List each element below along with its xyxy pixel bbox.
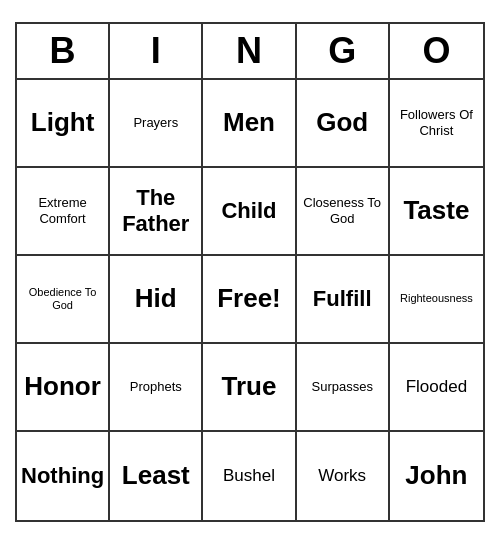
cell-text-4: Followers Of Christ <box>394 107 479 138</box>
bingo-cell-8: Closeness To God <box>297 168 390 256</box>
cell-text-6: The Father <box>114 185 197 238</box>
cell-text-0: Light <box>31 107 95 138</box>
bingo-cell-15: Honor <box>17 344 110 432</box>
header-letter-n: N <box>203 24 296 78</box>
cell-text-17: True <box>222 371 277 402</box>
cell-text-22: Bushel <box>223 466 275 486</box>
cell-text-5: Extreme Comfort <box>21 195 104 226</box>
cell-text-15: Honor <box>24 371 101 402</box>
bingo-cell-0: Light <box>17 80 110 168</box>
cell-text-11: Hid <box>135 283 177 314</box>
bingo-grid: LightPrayersMenGodFollowers Of ChristExt… <box>17 80 483 520</box>
bingo-cell-12: Free! <box>203 256 296 344</box>
bingo-cell-17: True <box>203 344 296 432</box>
cell-text-12: Free! <box>217 283 281 314</box>
cell-text-14: Righteousness <box>400 292 473 305</box>
bingo-cell-1: Prayers <box>110 80 203 168</box>
bingo-cell-11: Hid <box>110 256 203 344</box>
header-letter-g: G <box>297 24 390 78</box>
bingo-cell-4: Followers Of Christ <box>390 80 483 168</box>
header-letter-i: I <box>110 24 203 78</box>
header-letter-b: B <box>17 24 110 78</box>
cell-text-24: John <box>405 460 467 491</box>
bingo-cell-20: Nothing <box>17 432 110 520</box>
bingo-cell-2: Men <box>203 80 296 168</box>
cell-text-23: Works <box>318 466 366 486</box>
bingo-cell-5: Extreme Comfort <box>17 168 110 256</box>
cell-text-18: Surpasses <box>311 379 372 395</box>
cell-text-1: Prayers <box>133 115 178 131</box>
bingo-cell-3: God <box>297 80 390 168</box>
bingo-cell-10: Obedience To God <box>17 256 110 344</box>
bingo-cell-14: Righteousness <box>390 256 483 344</box>
bingo-header: BINGO <box>17 24 483 80</box>
cell-text-20: Nothing <box>21 463 104 489</box>
bingo-cell-13: Fulfill <box>297 256 390 344</box>
header-letter-o: O <box>390 24 483 78</box>
cell-text-13: Fulfill <box>313 286 372 312</box>
bingo-cell-21: Least <box>110 432 203 520</box>
cell-text-9: Taste <box>403 195 469 226</box>
bingo-cell-16: Prophets <box>110 344 203 432</box>
bingo-cell-19: Flooded <box>390 344 483 432</box>
cell-text-3: God <box>316 107 368 138</box>
cell-text-8: Closeness To God <box>301 195 384 226</box>
bingo-cell-24: John <box>390 432 483 520</box>
cell-text-2: Men <box>223 107 275 138</box>
bingo-cell-22: Bushel <box>203 432 296 520</box>
bingo-cell-7: Child <box>203 168 296 256</box>
bingo-card: BINGO LightPrayersMenGodFollowers Of Chr… <box>15 22 485 522</box>
cell-text-7: Child <box>221 198 276 224</box>
cell-text-10: Obedience To God <box>21 286 104 312</box>
bingo-cell-18: Surpasses <box>297 344 390 432</box>
cell-text-16: Prophets <box>130 379 182 395</box>
cell-text-19: Flooded <box>406 377 467 397</box>
cell-text-21: Least <box>122 460 190 491</box>
bingo-cell-23: Works <box>297 432 390 520</box>
bingo-cell-9: Taste <box>390 168 483 256</box>
bingo-cell-6: The Father <box>110 168 203 256</box>
